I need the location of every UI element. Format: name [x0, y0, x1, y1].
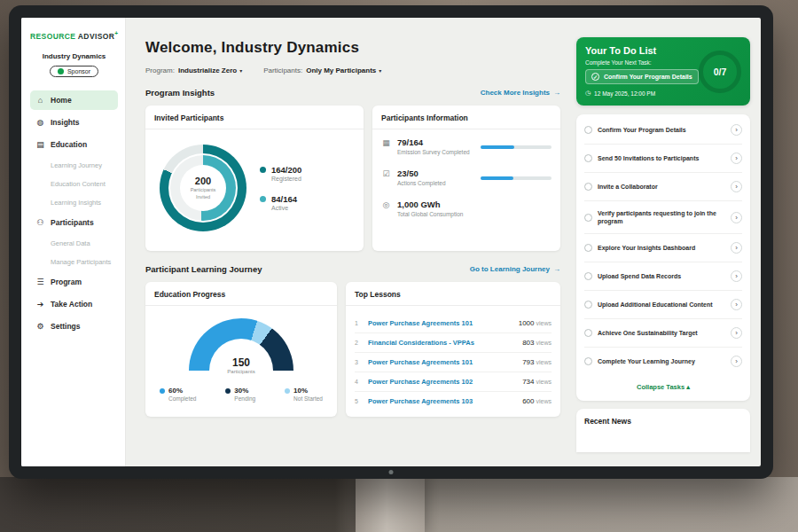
- sidebar-item-learning-journey[interactable]: Learning Journey: [30, 157, 118, 174]
- task-row-upload-spend-data[interactable]: Upload Spend Data Records ›: [584, 262, 742, 291]
- views-label: views: [536, 359, 552, 365]
- sponsor-badge[interactable]: Sponsor: [50, 66, 98, 77]
- task-checkbox[interactable]: [584, 329, 592, 337]
- task-row-verify-participants[interactable]: Verify participants requesting to join t…: [584, 201, 742, 234]
- task-checkbox[interactable]: [584, 301, 592, 309]
- info-label: Total Global Consumption: [397, 211, 463, 217]
- check-more-insights-link[interactable]: Check More Insights →: [481, 89, 560, 97]
- gauge-legend: 60% Completed 30% Pending: [154, 387, 328, 402]
- legend-pending: 30% Pending: [225, 387, 255, 402]
- lesson-row: 5 Power Purchase Agreements 103 600views: [355, 392, 552, 411]
- legend-dot-completed: [160, 388, 165, 394]
- info-value: 1,000 GWh: [397, 200, 463, 209]
- info-row-emission-survey: ▦ 79/164 Emission Survey Completed: [381, 137, 552, 155]
- lesson-link[interactable]: Financial Considerations - VPPAs: [368, 339, 516, 347]
- main-content: Welcome, Industry Dynamics Program:Indus…: [126, 18, 571, 466]
- task-checkbox[interactable]: [584, 244, 592, 252]
- sidebar-item-insights[interactable]: ◍ Insights: [30, 113, 118, 132]
- monitor-stand: [356, 475, 425, 532]
- chevron-right-icon[interactable]: ›: [731, 327, 742, 339]
- info-label: Emission Survey Completed: [397, 149, 470, 155]
- next-task-label: Confirm Your Program Details: [604, 74, 692, 80]
- go-to-learning-journey-link[interactable]: Go to Learning Journey →: [470, 265, 560, 273]
- learning-cards-row: Education Progress 150 Participants: [145, 282, 560, 417]
- task-label: Confirm Your Program Details: [598, 126, 725, 134]
- lesson-link[interactable]: Power Purchase Agreements 102: [368, 378, 516, 386]
- task-checkbox[interactable]: [584, 214, 592, 222]
- sidebar-item-settings[interactable]: ⚙ Settings: [30, 317, 118, 336]
- task-row-explore-insights[interactable]: Explore Your Insights Dashboard ›: [584, 234, 742, 262]
- lesson-views: 734views: [522, 378, 552, 386]
- donut-center-value: 200: [195, 176, 211, 186]
- chevron-right-icon[interactable]: ›: [731, 242, 742, 254]
- chevron-right-icon[interactable]: ›: [731, 299, 742, 310]
- program-filter-dropdown[interactable]: Program:Industrialize Zero▾: [145, 66, 242, 74]
- monitor-bezel: RESOURCE ADVISOR+ Industry Dynamics Spon…: [9, 5, 773, 479]
- task-row-send-invitations[interactable]: Send 50 Invitations to Participants ›: [584, 145, 742, 173]
- sidebar-item-manage-participants[interactable]: Manage Participants: [30, 254, 118, 270]
- program-filter-value: Industrialize Zero: [178, 66, 237, 74]
- invited-participants-card: Invited Participants 200 Participants In…: [145, 106, 364, 251]
- sidebar-item-education-content[interactable]: Education Content: [30, 176, 118, 192]
- sidebar-item-education[interactable]: ▤ Education: [30, 135, 118, 154]
- logo-advisor: ADVISOR: [78, 32, 115, 41]
- survey-icon: ▦: [381, 138, 391, 147]
- legend-active: 84/164 Active: [260, 194, 301, 211]
- progress-fill: [481, 145, 514, 149]
- participants-filter-dropdown[interactable]: Participants:Only My Participants▾: [263, 66, 381, 74]
- collapse-tasks-link[interactable]: Collapse Tasks ▴: [584, 375, 742, 399]
- chevron-right-icon[interactable]: ›: [731, 212, 742, 223]
- task-label: Invite a Collaborator: [598, 183, 725, 191]
- lesson-row: 3 Power Purchase Agreements 101 793views: [355, 353, 552, 372]
- lesson-link[interactable]: Power Purchase Agreements 101: [368, 319, 512, 327]
- views-value: 793: [522, 358, 534, 366]
- info-value: 79/164: [397, 137, 470, 147]
- sidebar-item-take-action[interactable]: ➔ Take Action: [30, 294, 118, 314]
- task-checkbox[interactable]: [584, 272, 592, 280]
- task-label: Verify participants requesting to join t…: [598, 209, 725, 225]
- participants-filter-label: Participants:: [263, 66, 302, 74]
- chevron-right-icon[interactable]: ›: [731, 124, 742, 136]
- views-value: 734: [522, 378, 534, 386]
- sidebar-item-label: Home: [51, 96, 72, 105]
- chevron-right-icon[interactable]: ›: [731, 181, 742, 192]
- arrow-right-icon: →: [553, 89, 560, 97]
- task-checkbox[interactable]: [584, 126, 592, 134]
- legend-label: Pending: [234, 395, 255, 402]
- sponsor-badge-label: Sponsor: [67, 68, 90, 74]
- lesson-link[interactable]: Power Purchase Agreements 103: [368, 397, 516, 405]
- due-date-label: 12 May 2025, 12:00 PM: [594, 90, 655, 97]
- chevron-right-icon[interactable]: ›: [731, 270, 742, 282]
- check-icon: ✓: [591, 73, 599, 81]
- lesson-views: 803views: [522, 339, 552, 347]
- sidebar-item-label: Participants: [51, 218, 94, 227]
- task-row-achieve-target[interactable]: Achieve One Sustainability Target ›: [584, 319, 742, 348]
- participants-information-card: Participants Information ▦ 79/164 Emissi…: [372, 106, 560, 251]
- chevron-right-icon[interactable]: ›: [731, 356, 742, 367]
- todo-progress-value: 0/7: [714, 66, 727, 77]
- task-checkbox[interactable]: [584, 357, 592, 365]
- donut-center-label: Participants Invited: [184, 187, 222, 200]
- task-checkbox[interactable]: [584, 154, 592, 162]
- sidebar-item-home[interactable]: ⌂ Home: [30, 90, 118, 110]
- sidebar-item-learning-insights[interactable]: Learning Insights: [30, 194, 118, 211]
- sidebar-item-participants[interactable]: ⚇ Participants: [30, 213, 118, 232]
- insights-cards-row: Invited Participants 200 Participants In…: [145, 106, 560, 251]
- task-checkbox[interactable]: [584, 183, 592, 191]
- task-row-confirm-program[interactable]: Confirm Your Program Details ›: [584, 116, 742, 145]
- sidebar-item-program[interactable]: ☰ Program: [30, 272, 118, 292]
- task-row-upload-educational-content[interactable]: Upload Additional Educational Content ›: [584, 291, 742, 319]
- sidebar-item-label: Education: [51, 140, 87, 149]
- lesson-link[interactable]: Power Purchase Agreements 101: [368, 358, 516, 366]
- task-row-complete-learning-journey[interactable]: Complete Your Learning Journey ›: [584, 348, 742, 375]
- recent-news-title: Recent News: [584, 417, 742, 426]
- todo-summary-card: Your To Do List Complete Your Next Task:…: [576, 37, 750, 106]
- donut-center: 200 Participants Invited: [180, 165, 226, 211]
- task-row-invite-collaborator[interactable]: Invite a Collaborator ›: [584, 173, 742, 201]
- card-title: Invited Participants: [145, 113, 364, 129]
- learning-journey-header: Participant Learning Journey Go to Learn…: [145, 264, 560, 274]
- next-task-chip[interactable]: ✓ Confirm Your Program Details: [585, 69, 699, 84]
- chevron-right-icon[interactable]: ›: [731, 153, 742, 164]
- sidebar-item-general-data[interactable]: General Data: [30, 235, 118, 252]
- page-title: Welcome, Industry Dynamics: [145, 39, 560, 57]
